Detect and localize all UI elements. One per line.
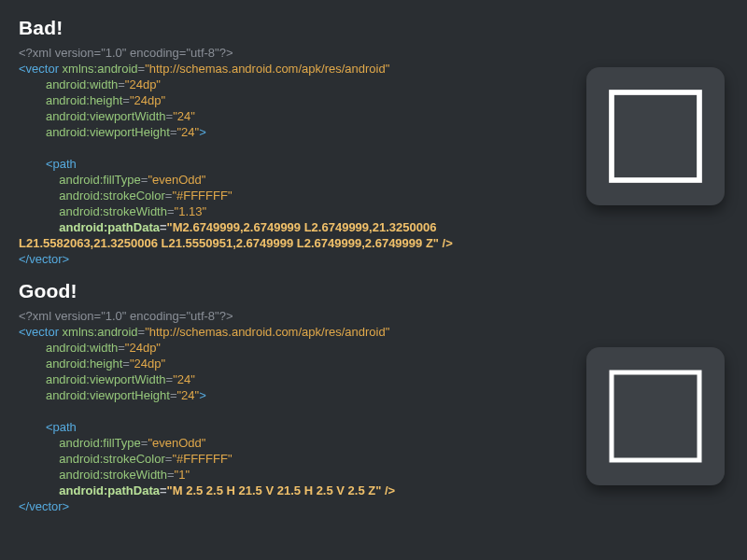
bad-preview-card bbox=[586, 67, 725, 205]
val-height: "24dp" bbox=[130, 93, 165, 107]
good-square-rect bbox=[612, 372, 699, 460]
attr-vph: android:viewportHeight bbox=[46, 388, 170, 402]
good-heading: Good! bbox=[19, 280, 747, 302]
xml-declaration: <?xml version="1.0" encoding="utf-8"?> bbox=[19, 46, 233, 60]
attr-height: android:height bbox=[46, 357, 122, 371]
attr-vph: android:viewportHeight bbox=[46, 125, 170, 139]
eq: = bbox=[122, 93, 130, 107]
path-open: <path bbox=[46, 420, 77, 434]
attr-strokewidth: android:strokeWidth bbox=[59, 468, 167, 482]
eq: = bbox=[118, 77, 125, 91]
attr-xmlns: xmlns:android bbox=[63, 62, 138, 76]
attr-filltype: android:fillType bbox=[59, 173, 140, 187]
attr-strokecolor: android:strokeColor bbox=[59, 189, 164, 203]
good-square-icon bbox=[600, 361, 711, 471]
attr-vpw: android:viewportWidth bbox=[46, 372, 166, 386]
attr-vpw: android:viewportWidth bbox=[46, 109, 166, 123]
path-open: <path bbox=[46, 157, 77, 171]
eq: = bbox=[138, 62, 146, 76]
vector-close: </vector> bbox=[19, 499, 69, 513]
attr-width: android:width bbox=[46, 77, 118, 91]
eq: = bbox=[166, 372, 174, 386]
attr-strokecolor: android:strokeColor bbox=[59, 452, 164, 466]
xml-declaration: <?xml version="1.0" encoding="utf-8"?> bbox=[19, 309, 233, 323]
val-strokecolor: "#FFFFFF" bbox=[172, 189, 232, 203]
val-xmlns: "http://schemas.android.com/apk/res/andr… bbox=[145, 62, 389, 76]
eq: = bbox=[160, 220, 167, 234]
attr-xmlns: xmlns:android bbox=[63, 325, 138, 339]
vector-open: <vector bbox=[19, 62, 63, 76]
eq: = bbox=[166, 109, 174, 123]
bad-heading: Bad! bbox=[19, 17, 747, 39]
bad-square-rect bbox=[612, 92, 699, 180]
eq: = bbox=[118, 341, 125, 355]
val-vpw: "24" bbox=[173, 109, 195, 123]
val-width: "24dp" bbox=[125, 341, 161, 355]
attr-height: android:height bbox=[46, 93, 122, 107]
eq: = bbox=[167, 468, 175, 482]
eq: = bbox=[160, 483, 167, 497]
good-pathdata-line: android:pathData="M 2.5 2.5 H 21.5 V 21.… bbox=[19, 483, 395, 497]
attr-pathdata: android:pathData bbox=[59, 483, 160, 497]
val-vpw: "24" bbox=[173, 372, 195, 386]
val-filltype: "evenOdd" bbox=[148, 436, 205, 450]
eq: = bbox=[167, 204, 175, 218]
vector-open-close: > bbox=[199, 125, 206, 139]
vector-close: </vector> bbox=[19, 252, 69, 266]
val-width: "24dp" bbox=[125, 77, 161, 91]
eq: = bbox=[138, 325, 146, 339]
val-pathdata: "M 2.5 2.5 H 21.5 V 21.5 H 2.5 V 2.5 Z" … bbox=[167, 483, 396, 497]
vector-open: <vector bbox=[19, 325, 63, 339]
attr-strokewidth: android:strokeWidth bbox=[59, 204, 167, 218]
bad-square-icon bbox=[600, 81, 711, 191]
vector-open-close: > bbox=[199, 388, 206, 402]
attr-pathdata: android:pathData bbox=[59, 220, 160, 234]
val-filltype: "evenOdd" bbox=[148, 173, 205, 187]
val-vph: "24" bbox=[176, 125, 199, 139]
val-pathdata-1: "M2.6749999,2.6749999 L2.6749999,21.3250… bbox=[167, 220, 437, 234]
val-strokewidth: "1.13" bbox=[175, 204, 207, 218]
attr-filltype: android:fillType bbox=[59, 436, 140, 450]
val-strokecolor: "#FFFFFF" bbox=[172, 452, 232, 466]
eq: = bbox=[122, 357, 130, 371]
attr-width: android:width bbox=[46, 341, 118, 355]
val-strokewidth: "1" bbox=[175, 468, 190, 482]
val-height: "24dp" bbox=[130, 357, 165, 371]
val-pathdata-2: L21.5582063,21.3250006 L21.5550951,2.674… bbox=[19, 236, 453, 250]
val-vph: "24" bbox=[176, 388, 199, 402]
bad-pathdata-line: android:pathData="M2.6749999,2.6749999 L… bbox=[19, 220, 453, 250]
good-preview-card bbox=[586, 347, 725, 485]
val-xmlns: "http://schemas.android.com/apk/res/andr… bbox=[145, 325, 389, 339]
